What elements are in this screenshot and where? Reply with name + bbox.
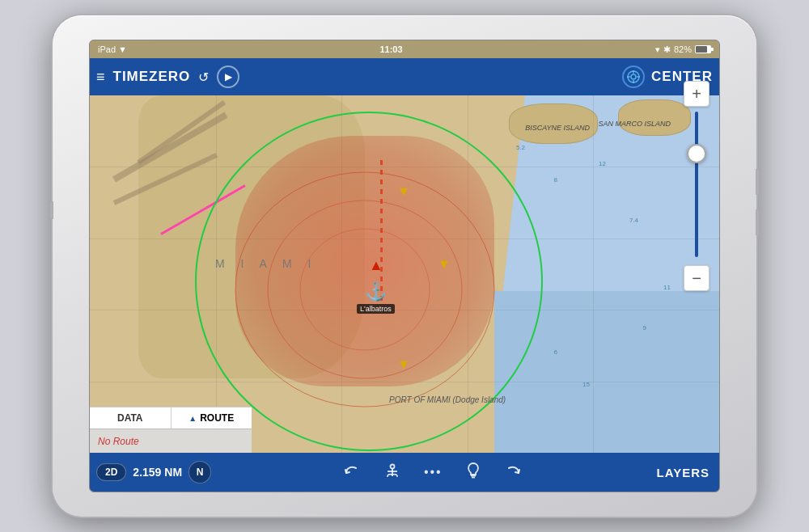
miami-chart-label: M I A M I <box>215 257 317 270</box>
depth-number: 11 <box>663 284 671 291</box>
north-button[interactable]: N <box>188 461 211 483</box>
anchor-icon-button[interactable] <box>383 462 401 483</box>
zoom-controls: + − <box>684 81 709 291</box>
hamburger-menu-icon[interactable]: ≡ <box>96 69 105 86</box>
wifi-icon: ▾ <box>655 44 660 55</box>
side-button-left[interactable] <box>50 201 53 219</box>
data-route-panel: DATA ▲ ROUTE No Route <box>90 407 252 453</box>
bluetooth-icon: ✱ <box>663 44 671 55</box>
back-icon-button[interactable] <box>343 462 361 483</box>
biscayne-island-label: BISCAYNE ISLAND <box>525 124 590 132</box>
view-2d-button[interactable]: 2D <box>96 463 126 481</box>
target-icon <box>622 65 645 88</box>
side-button-right-top[interactable] <box>756 169 759 195</box>
minus-icon: − <box>692 269 701 288</box>
status-left: iPad ▼ <box>98 44 127 54</box>
san-marco-label: SAN MARCO ISLAND <box>598 120 671 128</box>
grid-line <box>593 95 594 453</box>
route-tab-label: ROUTE <box>200 412 234 424</box>
svg-point-1 <box>631 74 636 79</box>
depth-number: 9 <box>643 324 646 331</box>
data-tab[interactable]: DATA <box>90 407 171 429</box>
distance-display: 2.159 NM <box>133 466 182 479</box>
depth-number: 5.2 <box>516 144 525 151</box>
depth-number: 15 <box>582 381 590 388</box>
vessel-name-label: L'albatros <box>357 304 395 314</box>
depth-number: 8 <box>554 176 557 184</box>
battery-label: 82% <box>674 44 692 54</box>
data-route-tabs: DATA ▲ ROUTE <box>90 407 252 429</box>
zoom-out-button[interactable]: − <box>684 265 709 291</box>
yellow-marker-3: ▼ <box>397 357 410 372</box>
zoom-slider-track <box>695 112 698 257</box>
data-tab-label: DATA <box>117 412 143 424</box>
more-icon-button[interactable]: ••• <box>424 465 443 479</box>
no-route-display: No Route <box>90 429 252 453</box>
svg-point-10 <box>390 464 394 468</box>
tablet-device: iPad ▼ 11:03 ▾ ✱ 82% ≡ TIMEZERO ↺ ▶ <box>53 15 756 517</box>
up-arrow-icon: ▲ <box>188 414 197 423</box>
vessel-icon: ⚓ <box>365 281 387 302</box>
yellow-marker-2: ▼ <box>438 257 451 272</box>
north-label: N <box>197 467 204 478</box>
zoom-in-button[interactable]: + <box>684 81 709 107</box>
status-bar: iPad ▼ 11:03 ▾ ✱ 82% <box>90 40 719 58</box>
depth-number: 12 <box>599 160 606 167</box>
play-icon: ▶ <box>225 71 232 82</box>
app-title: TIMEZERO <box>113 69 191 85</box>
ipad-label: iPad ▼ <box>98 44 127 54</box>
yellow-marker-1: ▼ <box>397 184 410 199</box>
bottom-left-section: 2D 2.159 NM N <box>90 461 218 483</box>
top-bar-left-group: ≡ TIMEZERO ↺ ▶ <box>96 65 239 88</box>
refresh-icon[interactable]: ↺ <box>198 70 209 85</box>
undo-icon-button[interactable] <box>504 462 522 483</box>
screen: iPad ▼ 11:03 ▾ ✱ 82% ≡ TIMEZERO ↺ ▶ <box>89 40 720 492</box>
lightbulb-icon-button[interactable] <box>465 462 481 483</box>
chart-background: M I A M I PORT OF MIAMI (Dodge Island) B… <box>90 95 719 453</box>
bottom-toolbar: 2D 2.159 NM N <box>90 453 719 492</box>
port-of-miami-label: PORT OF MIAMI (Dodge Island) <box>389 395 506 404</box>
route-tab[interactable]: ▲ ROUTE <box>172 407 252 429</box>
status-time: 11:03 <box>379 44 402 54</box>
top-navigation-bar: ≡ TIMEZERO ↺ ▶ C <box>90 58 719 95</box>
vessel-marker: ⚓ L'albatros <box>357 281 395 314</box>
zoom-slider-thumb[interactable] <box>687 144 706 163</box>
layers-label: LAYERS <box>657 466 709 479</box>
no-route-text: No Route <box>98 436 139 447</box>
depth-number: 6 <box>554 348 557 356</box>
map-area[interactable]: M I A M I PORT OF MIAMI (Dodge Island) B… <box>90 95 719 453</box>
depth-number: 7.4 <box>629 217 638 224</box>
battery-icon <box>695 45 711 53</box>
status-right: ▾ ✱ 82% <box>655 44 711 55</box>
layers-button[interactable]: LAYERS <box>647 466 719 479</box>
san-marco-island <box>618 99 691 136</box>
red-vessel-marker: ▲ <box>369 257 383 274</box>
view-2d-label: 2D <box>105 467 117 478</box>
play-button[interactable]: ▶ <box>217 65 239 88</box>
side-button-right-bottom[interactable] <box>756 209 759 235</box>
bottom-center-section: ••• <box>218 462 646 483</box>
plus-icon: + <box>692 85 701 103</box>
